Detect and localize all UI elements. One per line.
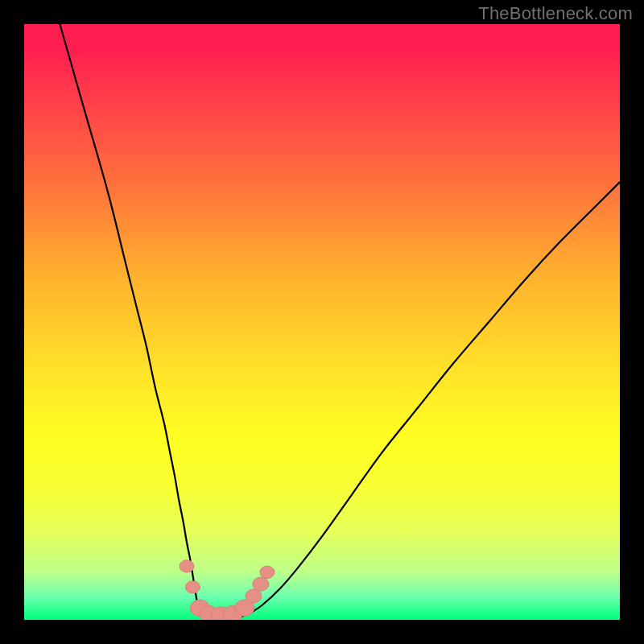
marker-dot [253, 577, 269, 591]
curve-markers [180, 560, 275, 620]
curve-svg [24, 24, 620, 620]
marker-dot [260, 566, 275, 578]
marker-dot [180, 560, 194, 572]
bottleneck-curve [60, 24, 620, 619]
chart-frame: TheBottleneck.com [0, 0, 644, 644]
watermark-text: TheBottleneck.com [478, 3, 633, 24]
marker-dot [185, 581, 200, 593]
plot-area [24, 24, 620, 620]
